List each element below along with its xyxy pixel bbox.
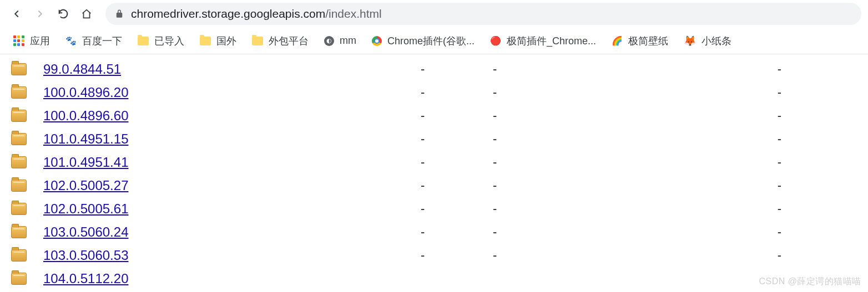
col-etag: - [565, 155, 781, 170]
col-etag: - [565, 132, 781, 146]
bookmark-label: 百度一下 [82, 34, 122, 48]
bookmark-note[interactable]: 🦊 小纸条 [678, 32, 737, 50]
list-item: 100.0.4896.20 - - - [11, 81, 857, 104]
folder-icon [11, 273, 27, 285]
folder-icon [11, 226, 27, 238]
bookmark-label: 小纸条 [702, 34, 731, 48]
home-button[interactable] [77, 4, 97, 24]
col-etag: - [565, 109, 781, 123]
folder-icon [252, 37, 263, 45]
col-size: - [493, 85, 565, 100]
bookmark-label: 极简壁纸 [628, 34, 668, 48]
plugin-icon: 🔴 [490, 35, 501, 46]
folder-icon [11, 133, 27, 145]
col-modified: - [421, 109, 493, 123]
col-modified: - [421, 132, 493, 146]
bookmark-label: 极简插件_Chrome... [507, 34, 596, 48]
col-modified: - [421, 225, 493, 239]
bookmark-outsource[interactable]: 外包平台 [246, 32, 314, 50]
col-size: - [493, 62, 565, 76]
col-modified: - [421, 85, 493, 100]
list-item: 103.0.5060.53 - - - [11, 244, 857, 267]
col-modified: - [421, 155, 493, 170]
bookmark-baidu[interactable]: 🐾 百度一下 [60, 32, 128, 50]
folder-icon [200, 37, 211, 45]
version-link[interactable]: 100.0.4896.20 [43, 85, 421, 100]
version-link[interactable]: 103.0.5060.24 [43, 224, 421, 240]
back-button[interactable] [7, 4, 27, 24]
list-item: 104.0.5112.20 [11, 267, 857, 290]
bookmark-label: Chrome插件(谷歌... [387, 34, 475, 48]
bookmark-label: 国外 [216, 34, 236, 48]
list-item: 102.0.5005.27 - - - [11, 174, 857, 197]
directory-listing: 99.0.4844.51 - - - 100.0.4896.20 - - - 1… [0, 54, 868, 292]
folder-icon [11, 63, 27, 75]
col-size: - [493, 178, 565, 193]
list-item: 101.0.4951.41 - - - [11, 151, 857, 174]
col-etag: - [565, 85, 781, 100]
col-size: - [493, 248, 565, 263]
col-size: - [493, 109, 565, 123]
folder-icon [138, 37, 149, 45]
forward-button [30, 4, 50, 24]
version-link[interactable]: 101.0.4951.15 [43, 131, 421, 147]
folder-icon [11, 203, 27, 215]
folder-icon [11, 156, 27, 168]
reload-button[interactable] [53, 4, 73, 24]
col-etag: - [565, 178, 781, 193]
version-link[interactable]: 103.0.5060.53 [43, 248, 421, 263]
watermark: CSDN @薛定谔的猫喵喵 [759, 276, 861, 288]
col-size: - [493, 202, 565, 216]
list-item: 103.0.5060.24 - - - [11, 221, 857, 244]
url-text: chromedriver.storage.googleapis.com/inde… [131, 7, 382, 21]
col-size: - [493, 225, 565, 239]
list-item: 100.0.4896.60 - - - [11, 104, 857, 127]
lock-icon [114, 9, 124, 19]
version-link[interactable]: 99.0.4844.51 [43, 62, 421, 77]
folder-icon [11, 180, 27, 192]
col-size: - [493, 155, 565, 170]
col-etag: - [565, 248, 781, 263]
bookmark-label: 已导入 [154, 34, 184, 48]
version-link[interactable]: 100.0.4896.60 [43, 108, 421, 124]
col-modified: - [421, 62, 493, 76]
fox-icon: 🦊 [684, 35, 696, 47]
bookmark-wallpaper[interactable]: 🌈 极简壁纸 [606, 32, 674, 50]
apps-icon [13, 35, 24, 47]
bookmark-label: 外包平台 [269, 34, 309, 48]
bookmark-foreign[interactable]: 国外 [194, 32, 242, 50]
folder-icon [11, 249, 27, 262]
address-bar[interactable]: chromedriver.storage.googleapis.com/inde… [105, 3, 861, 25]
folder-icon [11, 110, 27, 122]
bookmark-chrome-plugin[interactable]: Chrome插件(谷歌... [366, 32, 480, 50]
version-link[interactable]: 102.0.5005.61 [43, 201, 421, 217]
folder-icon [11, 86, 27, 99]
browser-navigation: chromedriver.storage.googleapis.com/inde… [0, 0, 868, 28]
bookmark-mm[interactable]: ◐ mm [319, 33, 362, 49]
version-link[interactable]: 102.0.5005.27 [43, 178, 421, 193]
col-etag: - [565, 62, 781, 76]
apps-shortcut[interactable]: 应用 [8, 32, 55, 50]
wallpaper-icon: 🌈 [612, 35, 623, 46]
bookmark-label: mm [340, 35, 356, 47]
col-modified: - [421, 202, 493, 216]
col-modified: - [421, 178, 493, 193]
col-etag: - [565, 225, 781, 239]
list-item: 101.0.4951.15 - - - [11, 127, 857, 151]
baidu-icon: 🐾 [65, 35, 77, 47]
bookmark-imported[interactable]: 已导入 [132, 32, 190, 50]
bookmark-label: 应用 [30, 34, 50, 48]
version-link[interactable]: 104.0.5112.20 [43, 271, 421, 286]
col-modified: - [421, 248, 493, 263]
bookmarks-bar: 应用 🐾 百度一下 已导入 国外 外包平台 ◐ mm Chrome插件(谷歌..… [0, 28, 868, 54]
version-link[interactable]: 101.0.4951.41 [43, 155, 421, 170]
col-etag: - [565, 202, 781, 216]
col-size: - [493, 132, 565, 146]
chrome-icon [372, 36, 382, 46]
list-item: 102.0.5005.61 - - - [11, 197, 857, 221]
bookmark-simple-plugin[interactable]: 🔴 极简插件_Chrome... [485, 32, 602, 50]
list-item: 99.0.4844.51 - - - [11, 58, 857, 81]
globe-icon: ◐ [324, 36, 334, 46]
